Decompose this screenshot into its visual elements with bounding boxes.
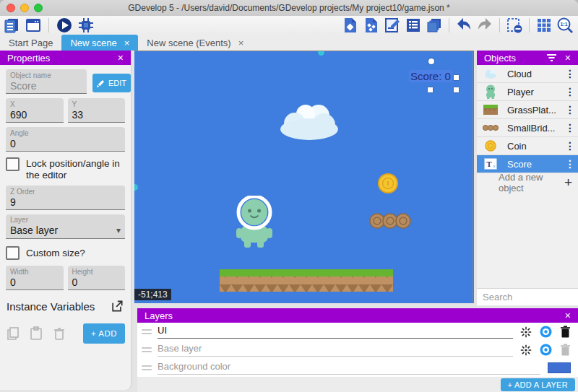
instances-list-icon[interactable]: [426, 17, 443, 34]
y-position-field[interactable]: Y 33: [68, 98, 126, 123]
filter-icon[interactable]: [547, 54, 556, 62]
layer-effects-icon[interactable]: [520, 344, 532, 356]
properties-header: Properties ×: [0, 51, 131, 65]
pencil-icon: [97, 79, 105, 87]
chevron-down-icon[interactable]: ▾: [116, 225, 121, 237]
text-object-icon: Tx: [483, 158, 499, 170]
drag-handle-icon[interactable]: [142, 329, 152, 334]
open-events-sheet-icon[interactable]: [405, 17, 422, 34]
delete-layer-icon[interactable]: [560, 326, 571, 338]
object-row-cloud[interactable]: Cloud ⋮: [477, 65, 578, 83]
project-manager-icon[interactable]: [3, 17, 20, 34]
custom-size-checkbox[interactable]: [6, 246, 20, 260]
tab-new-scene-events[interactable]: New scene (Events) ×: [138, 35, 252, 51]
zoom-1-1-icon[interactable]: 1:1: [556, 17, 574, 34]
small-bridge-icon: [483, 124, 499, 131]
close-panel-icon[interactable]: ×: [565, 53, 571, 63]
cloud-object[interactable]: [273, 100, 345, 141]
instance-variables-label: Instance Variables: [7, 300, 95, 313]
close-tab-icon[interactable]: ×: [238, 38, 244, 48]
resize-handle[interactable]: [428, 87, 433, 92]
debug-icon[interactable]: [77, 17, 95, 34]
kebab-menu-icon[interactable]: ⋮: [565, 140, 574, 152]
resize-handle[interactable]: [454, 87, 459, 92]
z-order-field[interactable]: Z Order 9: [6, 186, 125, 210]
layers-footer: + ADD A LAYER: [137, 377, 578, 392]
layer-select[interactable]: Layer Base layer ▾: [6, 214, 125, 239]
layer-effects-icon[interactable]: [520, 326, 532, 338]
object-row-coin[interactable]: Coin ⋮: [477, 137, 578, 155]
layer-visibility-icon[interactable]: [540, 326, 552, 338]
layers-panel: Layers × UI Base layer Background co: [137, 308, 578, 392]
horizontal-scroll-handle[interactable]: [318, 51, 324, 56]
height-field[interactable]: Height 0: [68, 266, 126, 290]
coin-object[interactable]: [377, 173, 399, 194]
object-row-smallbridge[interactable]: SmallBrid... ⋮: [477, 119, 578, 137]
toolbar-separator: [529, 18, 530, 32]
kebab-menu-icon[interactable]: ⋮: [565, 158, 574, 170]
object-row-score[interactable]: Tx Score ⋮: [477, 155, 578, 173]
close-panel-icon[interactable]: ×: [565, 310, 571, 321]
kebab-menu-icon[interactable]: ⋮: [565, 122, 574, 134]
maximize-window-icon[interactable]: [34, 4, 43, 12]
resize-handle[interactable]: [454, 75, 459, 80]
object-name-field[interactable]: Object name Score: [6, 69, 87, 94]
lock-position-label: Lock position/angle in the editor: [26, 157, 125, 181]
layer-row-ui[interactable]: UI: [137, 323, 578, 341]
objects-title: Objects: [484, 53, 516, 64]
layer-name-input[interactable]: UI: [158, 325, 513, 339]
search-input[interactable]: [477, 291, 578, 303]
layer-row-background-color[interactable]: Background color: [137, 359, 578, 377]
kebab-menu-icon[interactable]: ⋮: [565, 86, 574, 97]
scene-canvas[interactable]: Score: 0: [134, 51, 474, 303]
rotate-handle[interactable]: [428, 58, 434, 64]
trash-icon[interactable]: [52, 326, 66, 341]
grass-platform-object[interactable]: [220, 269, 393, 292]
layer-row-base[interactable]: Base layer: [137, 341, 578, 359]
grid-toggle-icon[interactable]: [535, 17, 553, 34]
copy-icon[interactable]: [6, 326, 20, 341]
kebab-menu-icon[interactable]: ⋮: [565, 104, 574, 116]
tab-start-page[interactable]: Start Page: [0, 35, 61, 51]
titlebar: GDevelop 5 - /Users/david/Documents/GDev…: [0, 0, 578, 17]
player-object[interactable]: [236, 196, 273, 249]
vertical-scroll-handle[interactable]: [134, 184, 138, 191]
paste-icon[interactable]: [29, 326, 43, 341]
edit-scene-properties-icon[interactable]: [384, 17, 401, 34]
object-row-grassplatform[interactable]: GrassPlat... ⋮: [477, 101, 578, 119]
layer-name-input[interactable]: Base layer: [158, 343, 513, 357]
open-in-new-icon[interactable]: [110, 299, 124, 313]
add-layer-button[interactable]: + ADD A LAYER: [501, 378, 576, 391]
add-new-object-button[interactable]: Add a new object +: [477, 173, 578, 191]
close-tab-icon[interactable]: ×: [124, 38, 130, 48]
canvas-scroll-track[interactable]: [472, 51, 473, 303]
drag-handle-icon[interactable]: [142, 365, 152, 370]
undo-icon[interactable]: [455, 17, 473, 34]
kebab-menu-icon[interactable]: ⋮: [565, 68, 574, 79]
minimize-window-icon[interactable]: [20, 4, 29, 12]
coin-icon: [483, 140, 499, 152]
redo-icon[interactable]: [476, 17, 493, 34]
add-variable-button[interactable]: + ADD: [83, 323, 125, 344]
close-panel-icon[interactable]: ×: [118, 53, 124, 63]
x-position-field[interactable]: X 690: [6, 98, 64, 123]
close-window-icon[interactable]: [7, 4, 15, 12]
lock-position-checkbox[interactable]: [6, 157, 20, 171]
small-bridge-object[interactable]: [369, 212, 411, 230]
edit-object-button[interactable]: EDIT: [92, 74, 131, 92]
width-field[interactable]: Width 0: [6, 266, 64, 290]
export-scene-icon[interactable]: [342, 17, 359, 34]
traffic-lights: [7, 4, 43, 12]
layer-visibility-icon[interactable]: [540, 344, 552, 356]
background-color-swatch[interactable]: [548, 362, 571, 373]
object-row-player[interactable]: Player ⋮: [477, 83, 578, 101]
tab-new-scene[interactable]: New scene ×: [61, 35, 138, 51]
preview-window-icon[interactable]: [25, 17, 42, 34]
publish-icon[interactable]: [363, 17, 380, 34]
layers-header: Layers ×: [137, 308, 578, 323]
drag-handle-icon[interactable]: [142, 347, 152, 352]
play-preview-icon[interactable]: [56, 17, 73, 34]
score-text-object[interactable]: Score: 0: [409, 70, 452, 82]
angle-field[interactable]: Angle 0: [6, 127, 125, 152]
mask-toggle-icon[interactable]: [506, 17, 523, 34]
